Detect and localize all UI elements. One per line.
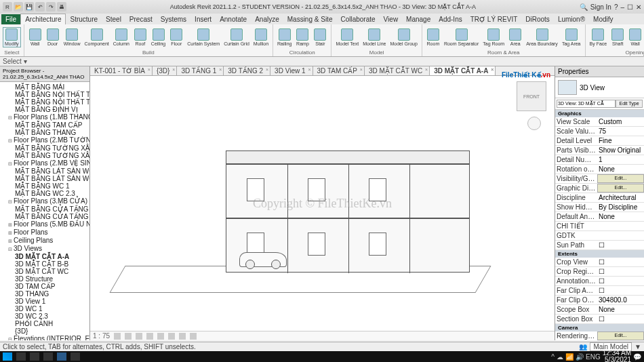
viewcube[interactable]: FRONT xyxy=(517,81,546,111)
ribbon-tab-steel[interactable]: Steel xyxy=(102,14,125,24)
help-icon[interactable]: ? xyxy=(614,3,618,11)
detail-level-icon[interactable] xyxy=(114,333,121,340)
ribbon-tab-tr-l-revit[interactable]: TRỢ LÝ REVIT xyxy=(466,14,522,24)
revit-taskbar-icon[interactable] xyxy=(57,353,66,361)
property-value[interactable]: By Discipline xyxy=(597,203,644,212)
tree-node[interactable]: MẶT BẰNG CỬA TẦNG 2 xyxy=(1,213,88,220)
property-value[interactable]: Edit... xyxy=(597,174,644,183)
search-taskbar-icon[interactable] xyxy=(16,353,26,361)
crop-view-icon[interactable] xyxy=(168,333,175,340)
tree-node[interactable]: MẶT BẰNG MÁI xyxy=(1,83,88,91)
curtain-grid-button[interactable]: Curtain Grid xyxy=(222,28,251,47)
view-tab[interactable]: 3D View 1 xyxy=(270,66,313,75)
edit-type-button[interactable]: Edit Type xyxy=(616,100,643,108)
wall-button[interactable]: Wall xyxy=(627,28,643,47)
column-button[interactable]: Column xyxy=(112,28,131,47)
ribbon-tab-view[interactable]: View xyxy=(380,14,403,24)
tree-node[interactable]: Floor Plans (2.MB TƯỜNG XÂY) xyxy=(1,136,88,144)
tree-node[interactable]: MẶT BẰNG LÁT SÀN WC 1 xyxy=(1,167,88,175)
property-value[interactable]: None xyxy=(597,165,644,174)
tree-node[interactable]: MẶT BẰNG WC 2.3 xyxy=(1,190,88,197)
view-tab[interactable]: 3D TẦNG 1 xyxy=(177,66,224,75)
property-value[interactable]: Edit... xyxy=(597,331,644,340)
door-button[interactable]: Door xyxy=(45,28,61,47)
tree-node[interactable]: 3D Structure xyxy=(1,275,88,283)
property-value[interactable] xyxy=(597,286,644,295)
tree-node[interactable]: 3D WC 1 xyxy=(1,305,88,313)
select-dropdown[interactable]: Select ▾ xyxy=(3,58,27,65)
tree-node[interactable]: PHỐI CẢNH xyxy=(1,320,88,327)
minimize-icon[interactable]: – xyxy=(620,3,624,11)
component-button[interactable]: Component xyxy=(83,28,110,47)
property-value[interactable]: Custom xyxy=(597,117,644,126)
tree-node[interactable]: MẶT BẰNG NỘI THẤT TẦNG 2 xyxy=(1,98,88,106)
instance-selector[interactable]: 3D View: 3D MẶT CẮ xyxy=(557,100,616,108)
curtain-system-button[interactable]: Curtain System xyxy=(186,28,221,47)
ribbon-tab-add-ins[interactable]: Add-Ins xyxy=(435,14,466,24)
tree-node[interactable]: 3D Views xyxy=(1,245,88,253)
tray-volume-icon[interactable]: 🔊 xyxy=(576,353,584,361)
tree-node[interactable]: MẶT BẰNG TƯỜNG XÂY TẦNG 2 xyxy=(1,152,88,159)
tree-node[interactable]: 3D MẶT CẮT B-B xyxy=(1,260,88,268)
reveal-hidden-icon[interactable] xyxy=(190,333,197,340)
tree-node[interactable]: 3D THANG xyxy=(1,290,88,298)
tree-node[interactable]: MẶT BẰNG LÁT SÀN WC 2.3 xyxy=(1,175,88,182)
ribbon-tab-lumion-[interactable]: Lumion® xyxy=(554,14,589,24)
tag-area-button[interactable]: Tag Area xyxy=(561,28,582,47)
start-button[interactable] xyxy=(3,353,12,361)
floor-button[interactable]: Floor xyxy=(168,28,184,47)
tag-room-button[interactable]: Tag Room xyxy=(481,28,506,47)
view-scale[interactable]: 1 : 75 xyxy=(93,332,110,340)
property-section-header[interactable]: Graphics xyxy=(555,110,644,117)
tree-node[interactable]: 3D MẶT CẮT WC xyxy=(1,268,88,275)
ribbon-tab-manage[interactable]: Manage xyxy=(402,14,435,24)
property-value[interactable]: None xyxy=(597,212,644,221)
sun-path-icon[interactable] xyxy=(136,333,142,340)
property-value[interactable]: Edit... xyxy=(597,184,644,193)
navigation-wheel-icon[interactable] xyxy=(527,117,541,130)
tray-chevron-icon[interactable]: ^ xyxy=(551,353,555,361)
wall-button[interactable]: Wall xyxy=(27,28,43,47)
view-tab[interactable]: 3D MẶT CẮT A-A xyxy=(430,66,496,75)
ribbon-tab-annotate[interactable]: Annotate xyxy=(216,14,251,24)
model-line-button[interactable]: Model Line xyxy=(361,28,387,47)
tree-node[interactable]: Floor Plans (2.MB VỆ SINH) xyxy=(1,159,88,167)
property-value[interactable] xyxy=(597,231,644,240)
view-canvas[interactable]: FRONT xyxy=(90,76,555,331)
property-value[interactable] xyxy=(597,241,644,249)
task-view-icon[interactable] xyxy=(30,353,39,361)
property-value[interactable] xyxy=(597,277,644,285)
notifications-icon[interactable]: 💬 xyxy=(633,353,641,361)
room-button[interactable]: Room xyxy=(425,28,441,47)
shadows-icon[interactable] xyxy=(146,333,153,340)
hide-isolate-icon[interactable] xyxy=(179,333,186,340)
ribbon-tab-modify[interactable]: Modify xyxy=(589,14,617,24)
tree-node[interactable]: 3D MẶT CẮT A-A xyxy=(1,253,88,260)
window-button[interactable]: Window xyxy=(62,28,82,47)
close-icon[interactable]: ✕ xyxy=(636,3,641,11)
property-section-header[interactable]: Extents xyxy=(555,250,644,258)
explorer-icon[interactable] xyxy=(43,353,53,361)
tree-node[interactable]: Floor Plans (3.MB CỬA) xyxy=(1,197,88,205)
ribbon-tab-insert[interactable]: Insert xyxy=(190,14,216,24)
property-value[interactable]: 1 xyxy=(597,155,644,164)
app-taskbar-icon[interactable] xyxy=(71,353,80,361)
tray-lang[interactable]: ENG xyxy=(586,353,601,361)
save-icon[interactable]: 💾 xyxy=(24,2,34,12)
roof-button[interactable]: Roof xyxy=(132,28,148,47)
type-selector[interactable]: 3D View xyxy=(555,77,644,98)
view-tab[interactable]: 3D TẦNG 2 xyxy=(224,66,270,75)
by-face-button[interactable]: By Face xyxy=(588,28,609,47)
tree-node[interactable]: 3D WC 2.3 xyxy=(1,313,88,320)
visual-style-icon[interactable] xyxy=(125,333,132,340)
view-tab[interactable]: 3D TAM CẤP xyxy=(313,66,365,75)
property-value[interactable]: None xyxy=(597,305,644,314)
taskbar-clock[interactable]: 12:34 AM 5/3/2021 xyxy=(603,350,631,362)
area-button[interactable]: Area xyxy=(507,28,523,47)
ribbon-tab-massing-site[interactable]: Massing & Site xyxy=(283,14,337,24)
shaft-button[interactable]: Shaft xyxy=(609,28,626,47)
tree-node[interactable]: 3D View 1 xyxy=(1,298,88,305)
ramp-button[interactable]: Ramp xyxy=(294,28,310,47)
ribbon-tab-structure[interactable]: Structure xyxy=(66,14,102,24)
tree-node[interactable]: Floor Plans xyxy=(1,228,88,237)
